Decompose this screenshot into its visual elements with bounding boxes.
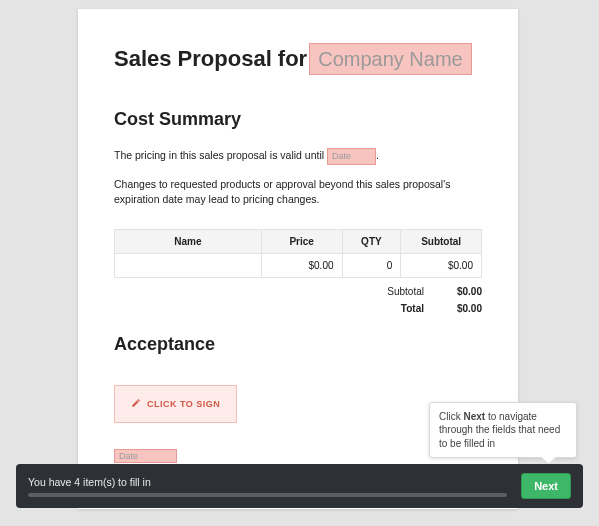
cell-price: $0.00 xyxy=(261,254,342,278)
pen-icon xyxy=(131,398,141,410)
col-subtotal: Subtotal xyxy=(401,230,482,254)
pricing-note: Changes to requested products or approva… xyxy=(114,177,482,207)
total-value: $0.00 xyxy=(442,303,482,314)
tooltip-prefix: Click xyxy=(439,411,463,422)
acceptance-section: Acceptance CLICK TO SIGN Date xyxy=(114,334,482,463)
subtotal-label: Subtotal xyxy=(374,286,424,297)
table-row: $0.00 0 $0.00 xyxy=(115,254,482,278)
tooltip-bold: Next xyxy=(463,411,485,422)
fill-progress-bar: You have 4 item(s) to fill in Next xyxy=(16,464,583,508)
col-qty: QTY xyxy=(342,230,401,254)
items-remaining-text: You have 4 item(s) to fill in xyxy=(28,476,507,488)
progress-track xyxy=(28,493,507,497)
total-label: Total xyxy=(374,303,424,314)
col-name: Name xyxy=(115,230,262,254)
next-tooltip: Click Next to navigate through the field… xyxy=(429,402,577,459)
pricing-validity-text: The pricing in this sales proposal is va… xyxy=(114,148,482,165)
acceptance-heading: Acceptance xyxy=(114,334,482,355)
total-row: Total $0.00 xyxy=(114,303,482,314)
intro-prefix: The pricing in this sales proposal is va… xyxy=(114,149,324,161)
cost-table: Name Price QTY Subtotal $0.00 0 $0.00 xyxy=(114,229,482,278)
company-name-field[interactable]: Company Name xyxy=(309,43,472,75)
col-price: Price xyxy=(261,230,342,254)
cell-name xyxy=(115,254,262,278)
cell-qty: 0 xyxy=(342,254,401,278)
subtotal-row: Subtotal $0.00 xyxy=(114,286,482,297)
subtotal-value: $0.00 xyxy=(442,286,482,297)
title-prefix: Sales Proposal for xyxy=(114,46,307,72)
click-to-sign-button[interactable]: CLICK TO SIGN xyxy=(114,385,237,423)
valid-until-date-field[interactable]: Date xyxy=(327,148,376,165)
sign-label: CLICK TO SIGN xyxy=(147,399,220,409)
next-button[interactable]: Next xyxy=(521,473,571,499)
footer-left: You have 4 item(s) to fill in xyxy=(28,476,507,497)
table-header-row: Name Price QTY Subtotal xyxy=(115,230,482,254)
intro-suffix: . xyxy=(376,149,379,161)
cost-summary-heading: Cost Summary xyxy=(114,109,482,130)
document-title: Sales Proposal for Company Name xyxy=(114,43,482,75)
acceptance-date-field[interactable]: Date xyxy=(114,449,177,463)
cell-subtotal: $0.00 xyxy=(401,254,482,278)
totals-block: Subtotal $0.00 Total $0.00 xyxy=(114,286,482,314)
